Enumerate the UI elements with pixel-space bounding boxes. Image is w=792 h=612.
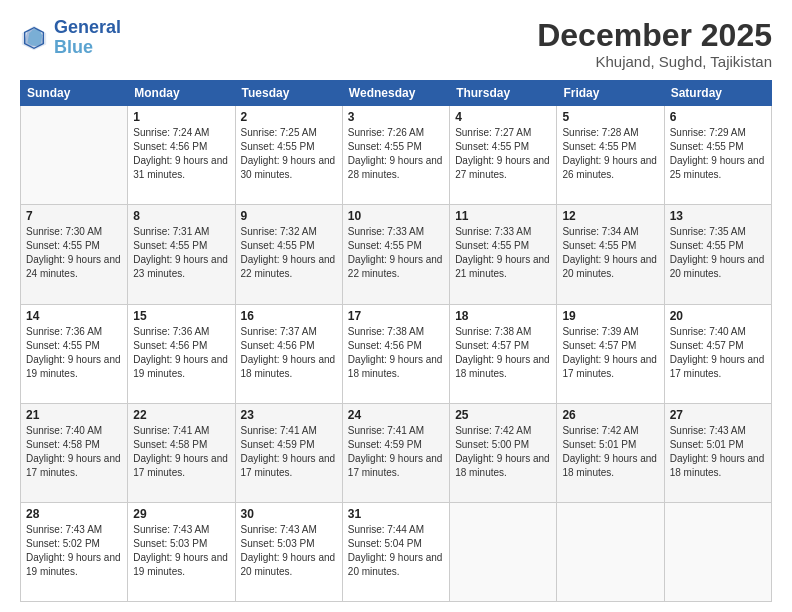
day-info: Sunrise: 7:27 AMSunset: 4:55 PMDaylight:… [455,126,551,182]
header: General Blue December 2025 Khujand, Sugh… [20,18,772,70]
page: General Blue December 2025 Khujand, Sugh… [0,0,792,612]
day-info: Sunrise: 7:36 AMSunset: 4:55 PMDaylight:… [26,325,122,381]
calendar-week-row: 21Sunrise: 7:40 AMSunset: 4:58 PMDayligh… [21,403,772,502]
day-number: 5 [562,110,658,124]
calendar-cell: 18Sunrise: 7:38 AMSunset: 4:57 PMDayligh… [450,304,557,403]
day-number: 21 [26,408,122,422]
day-number: 13 [670,209,766,223]
calendar-cell: 20Sunrise: 7:40 AMSunset: 4:57 PMDayligh… [664,304,771,403]
day-info: Sunrise: 7:41 AMSunset: 4:59 PMDaylight:… [348,424,444,480]
day-info: Sunrise: 7:29 AMSunset: 4:55 PMDaylight:… [670,126,766,182]
day-number: 3 [348,110,444,124]
calendar-cell: 27Sunrise: 7:43 AMSunset: 5:01 PMDayligh… [664,403,771,502]
day-number: 4 [455,110,551,124]
day-number: 9 [241,209,337,223]
day-of-week-header: Saturday [664,81,771,106]
calendar-cell: 30Sunrise: 7:43 AMSunset: 5:03 PMDayligh… [235,502,342,601]
day-number: 11 [455,209,551,223]
calendar-cell [664,502,771,601]
day-number: 6 [670,110,766,124]
day-info: Sunrise: 7:40 AMSunset: 4:57 PMDaylight:… [670,325,766,381]
day-info: Sunrise: 7:28 AMSunset: 4:55 PMDaylight:… [562,126,658,182]
day-number: 2 [241,110,337,124]
calendar-header-row: SundayMondayTuesdayWednesdayThursdayFrid… [21,81,772,106]
day-number: 14 [26,309,122,323]
day-number: 26 [562,408,658,422]
day-of-week-header: Sunday [21,81,128,106]
title-block: December 2025 Khujand, Sughd, Tajikistan [537,18,772,70]
day-info: Sunrise: 7:33 AMSunset: 4:55 PMDaylight:… [348,225,444,281]
day-info: Sunrise: 7:43 AMSunset: 5:03 PMDaylight:… [133,523,229,579]
day-number: 19 [562,309,658,323]
day-number: 1 [133,110,229,124]
day-number: 15 [133,309,229,323]
day-number: 12 [562,209,658,223]
calendar-cell: 16Sunrise: 7:37 AMSunset: 4:56 PMDayligh… [235,304,342,403]
day-info: Sunrise: 7:30 AMSunset: 4:55 PMDaylight:… [26,225,122,281]
day-number: 28 [26,507,122,521]
day-info: Sunrise: 7:26 AMSunset: 4:55 PMDaylight:… [348,126,444,182]
day-number: 29 [133,507,229,521]
day-info: Sunrise: 7:41 AMSunset: 4:58 PMDaylight:… [133,424,229,480]
day-number: 20 [670,309,766,323]
day-info: Sunrise: 7:34 AMSunset: 4:55 PMDaylight:… [562,225,658,281]
day-info: Sunrise: 7:38 AMSunset: 4:56 PMDaylight:… [348,325,444,381]
day-number: 10 [348,209,444,223]
day-info: Sunrise: 7:25 AMSunset: 4:55 PMDaylight:… [241,126,337,182]
day-number: 31 [348,507,444,521]
calendar-cell: 17Sunrise: 7:38 AMSunset: 4:56 PMDayligh… [342,304,449,403]
main-title: December 2025 [537,18,772,53]
day-info: Sunrise: 7:41 AMSunset: 4:59 PMDaylight:… [241,424,337,480]
calendar-cell: 7Sunrise: 7:30 AMSunset: 4:55 PMDaylight… [21,205,128,304]
day-info: Sunrise: 7:36 AMSunset: 4:56 PMDaylight:… [133,325,229,381]
day-number: 17 [348,309,444,323]
calendar-cell: 23Sunrise: 7:41 AMSunset: 4:59 PMDayligh… [235,403,342,502]
day-info: Sunrise: 7:40 AMSunset: 4:58 PMDaylight:… [26,424,122,480]
calendar-cell: 26Sunrise: 7:42 AMSunset: 5:01 PMDayligh… [557,403,664,502]
calendar-cell: 19Sunrise: 7:39 AMSunset: 4:57 PMDayligh… [557,304,664,403]
day-of-week-header: Thursday [450,81,557,106]
calendar-week-row: 28Sunrise: 7:43 AMSunset: 5:02 PMDayligh… [21,502,772,601]
day-info: Sunrise: 7:43 AMSunset: 5:01 PMDaylight:… [670,424,766,480]
calendar-cell: 3Sunrise: 7:26 AMSunset: 4:55 PMDaylight… [342,106,449,205]
day-number: 18 [455,309,551,323]
day-of-week-header: Wednesday [342,81,449,106]
day-number: 16 [241,309,337,323]
calendar-week-row: 14Sunrise: 7:36 AMSunset: 4:55 PMDayligh… [21,304,772,403]
calendar-table: SundayMondayTuesdayWednesdayThursdayFrid… [20,80,772,602]
calendar-cell: 13Sunrise: 7:35 AMSunset: 4:55 PMDayligh… [664,205,771,304]
day-number: 23 [241,408,337,422]
calendar-cell: 2Sunrise: 7:25 AMSunset: 4:55 PMDaylight… [235,106,342,205]
calendar-cell: 10Sunrise: 7:33 AMSunset: 4:55 PMDayligh… [342,205,449,304]
calendar-cell: 5Sunrise: 7:28 AMSunset: 4:55 PMDaylight… [557,106,664,205]
day-info: Sunrise: 7:39 AMSunset: 4:57 PMDaylight:… [562,325,658,381]
calendar-cell [450,502,557,601]
calendar-week-row: 1Sunrise: 7:24 AMSunset: 4:56 PMDaylight… [21,106,772,205]
day-info: Sunrise: 7:37 AMSunset: 4:56 PMDaylight:… [241,325,337,381]
day-of-week-header: Tuesday [235,81,342,106]
calendar-cell [557,502,664,601]
calendar-cell [21,106,128,205]
logo-icon [20,24,48,52]
day-number: 25 [455,408,551,422]
day-number: 30 [241,507,337,521]
subtitle: Khujand, Sughd, Tajikistan [537,53,772,70]
calendar-cell: 11Sunrise: 7:33 AMSunset: 4:55 PMDayligh… [450,205,557,304]
calendar-cell: 6Sunrise: 7:29 AMSunset: 4:55 PMDaylight… [664,106,771,205]
day-info: Sunrise: 7:32 AMSunset: 4:55 PMDaylight:… [241,225,337,281]
day-info: Sunrise: 7:38 AMSunset: 4:57 PMDaylight:… [455,325,551,381]
day-number: 22 [133,408,229,422]
day-of-week-header: Monday [128,81,235,106]
day-number: 7 [26,209,122,223]
day-info: Sunrise: 7:24 AMSunset: 4:56 PMDaylight:… [133,126,229,182]
day-info: Sunrise: 7:42 AMSunset: 5:00 PMDaylight:… [455,424,551,480]
calendar-cell: 15Sunrise: 7:36 AMSunset: 4:56 PMDayligh… [128,304,235,403]
logo-text: General Blue [54,18,121,58]
day-number: 8 [133,209,229,223]
calendar-cell: 21Sunrise: 7:40 AMSunset: 4:58 PMDayligh… [21,403,128,502]
calendar-week-row: 7Sunrise: 7:30 AMSunset: 4:55 PMDaylight… [21,205,772,304]
day-info: Sunrise: 7:42 AMSunset: 5:01 PMDaylight:… [562,424,658,480]
calendar-cell: 12Sunrise: 7:34 AMSunset: 4:55 PMDayligh… [557,205,664,304]
calendar-cell: 22Sunrise: 7:41 AMSunset: 4:58 PMDayligh… [128,403,235,502]
day-info: Sunrise: 7:31 AMSunset: 4:55 PMDaylight:… [133,225,229,281]
